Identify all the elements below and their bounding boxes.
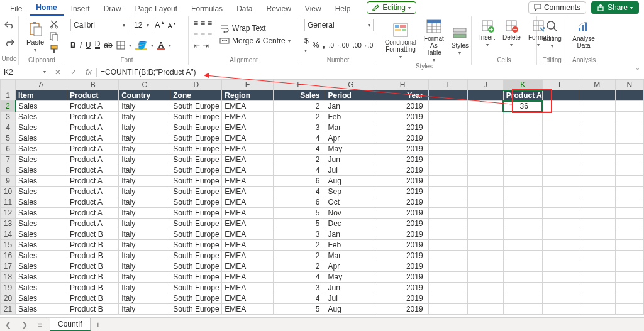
format-as-table-button[interactable]: Format As Table▾ — [421, 19, 447, 63]
align-bottom-icon[interactable]: ≡ — [208, 19, 212, 28]
align-center-icon[interactable]: ≡ — [201, 30, 205, 39]
borders-button[interactable] — [116, 41, 125, 50]
svg-rect-2 — [33, 22, 36, 24]
table-row[interactable]: 8 Sales Product A Italy South Europe EME… — [1, 165, 644, 176]
share-icon — [597, 4, 605, 11]
add-sheet-button[interactable]: + — [91, 320, 106, 330]
table-row[interactable]: 13 Sales Product A Italy South Europe EM… — [1, 219, 644, 229]
table-row[interactable]: 10 Sales Product A Italy South Europe EM… — [1, 187, 644, 197]
alignment-group-label: Alignment — [194, 57, 294, 65]
underline-button[interactable]: U — [86, 41, 91, 50]
table-row[interactable]: 21 Sales Product B Italy South Europe EM… — [1, 304, 644, 315]
font-name-select[interactable]: Calibri▾ — [70, 19, 128, 31]
increase-decimal-icon[interactable]: .0→.00 — [329, 42, 349, 49]
tab-page-layout[interactable]: Page Layout — [129, 1, 184, 16]
analyse-icon — [576, 19, 591, 34]
fx-icon[interactable]: fx — [86, 68, 91, 77]
fill-color-button[interactable]: 🪣 — [135, 41, 147, 50]
mode-editing-button[interactable]: Editing ▾ — [367, 1, 416, 14]
sheet-nav-next-icon[interactable]: ❯ — [16, 320, 33, 329]
sheet-nav-prev-icon[interactable]: ❮ — [0, 320, 16, 329]
analyse-data-button[interactable]: Analyse Data — [572, 19, 595, 49]
name-box[interactable]: K2▾ — [0, 68, 50, 77]
spreadsheet-grid[interactable]: ABCDEFGHIJKLMN 1 Item Product Country Zo… — [0, 79, 644, 315]
tab-help[interactable]: Help — [329, 1, 357, 16]
enter-formula-icon[interactable]: ✓ — [70, 68, 77, 77]
share-button[interactable]: Share ▾ — [591, 1, 639, 14]
double-underline-button[interactable]: D — [95, 41, 101, 49]
table-row[interactable]: 12 Sales Product A Italy South Europe EM… — [1, 208, 644, 219]
tab-view[interactable]: View — [299, 1, 328, 16]
decrease-indent-icon[interactable]: ⇤ — [194, 41, 200, 50]
table-row[interactable]: 9 Sales Product A Italy South Europe EME… — [1, 176, 644, 187]
tab-insert[interactable]: Insert — [65, 1, 96, 16]
cells-group-label: Cells — [477, 57, 531, 65]
copy-icon[interactable] — [49, 31, 59, 41]
select-all-corner[interactable] — [1, 80, 16, 90]
conditional-formatting-button[interactable]: Conditional Formatting▾ — [382, 23, 419, 60]
table-row[interactable]: 2 Sales Product A Italy South Europe EME… — [1, 101, 644, 112]
decrease-font-icon[interactable]: A▼ — [168, 21, 177, 30]
undo-label: Undo — [2, 55, 17, 63]
tab-review[interactable]: Review — [260, 1, 297, 16]
table-row[interactable]: 16 Sales Product B Italy South Europe EM… — [1, 251, 644, 261]
increase-indent-icon[interactable]: ⇥ — [203, 41, 209, 50]
table-row[interactable]: 5 Sales Product A Italy South Europe EME… — [1, 133, 644, 144]
increase-font-icon[interactable]: A▲ — [155, 20, 165, 30]
italic-button[interactable]: I — [80, 41, 82, 50]
svg-rect-8 — [51, 45, 57, 49]
wrap-text-button[interactable]: Wrap Text — [219, 24, 291, 33]
bold-button[interactable]: B — [70, 41, 76, 50]
cell-styles-button[interactable]: Styles▾ — [449, 26, 471, 56]
tab-home[interactable]: Home — [30, 0, 63, 16]
sheet-list-icon[interactable]: ≡ — [33, 320, 47, 329]
currency-icon[interactable]: $ ▾ — [304, 36, 309, 54]
paste-button[interactable]: Paste▾ — [24, 21, 47, 53]
undo-icon[interactable] — [4, 20, 15, 29]
format-painter-icon[interactable] — [49, 44, 59, 54]
expand-formula-bar-icon[interactable]: ˅ — [631, 68, 644, 77]
comma-style-icon[interactable]: , — [323, 41, 325, 50]
table-row[interactable]: 17 Sales Product B Italy South Europe EM… — [1, 261, 644, 272]
align-left-icon[interactable]: ≡ — [194, 30, 198, 39]
table-row[interactable]: 7 Sales Product A Italy South Europe EME… — [1, 155, 644, 165]
delete-cells-button[interactable]: Delete▾ — [500, 19, 523, 48]
strikethrough-button[interactable]: ab — [104, 41, 112, 50]
number-format-select[interactable]: General▾ — [304, 19, 374, 31]
tab-draw[interactable]: Draw — [97, 1, 128, 16]
align-top-icon[interactable]: ≡ — [194, 19, 198, 28]
decrease-decimal-icon[interactable]: .00→.0 — [353, 42, 373, 49]
merge-center-button[interactable]: Merge & Centre ▾ — [219, 36, 291, 45]
ribbon-tabs: File Home Insert Draw Page Layout Formul… — [0, 0, 644, 16]
sheet-tab-countif[interactable]: CountIf — [50, 318, 91, 331]
font-color-button[interactable]: A — [157, 41, 165, 50]
paste-icon — [28, 21, 43, 37]
table-row[interactable]: 18 Sales Product B Italy South Europe EM… — [1, 272, 644, 283]
formula-input[interactable]: =COUNTIF(B:B;"Product A") — [97, 68, 631, 77]
table-row[interactable]: 20 Sales Product B Italy South Europe EM… — [1, 293, 644, 304]
table-row[interactable]: 11 Sales Product A Italy South Europe EM… — [1, 197, 644, 208]
insert-cells-button[interactable]: Insert▾ — [477, 19, 497, 48]
table-row[interactable]: 1 Item Product Country Zone Region Sales… — [1, 90, 644, 101]
tab-data[interactable]: Data — [230, 1, 258, 16]
tab-formulas[interactable]: Formulas — [185, 1, 229, 16]
table-row[interactable]: 14 Sales Product B Italy South Europe EM… — [1, 229, 644, 240]
merge-icon — [219, 36, 230, 45]
percent-icon[interactable]: % — [313, 41, 319, 50]
cancel-formula-icon[interactable]: ✕ — [55, 68, 61, 77]
table-row[interactable]: 3 Sales Product A Italy South Europe EME… — [1, 112, 644, 122]
svg-rect-17 — [402, 29, 406, 31]
table-row[interactable]: 6 Sales Product A Italy South Europe EME… — [1, 144, 644, 155]
tab-file[interactable]: File — [4, 1, 28, 16]
cut-icon[interactable] — [49, 19, 59, 29]
redo-icon[interactable] — [4, 38, 15, 46]
column-headers[interactable]: ABCDEFGHIJKLMN — [1, 80, 644, 90]
align-middle-icon[interactable]: ≡ — [201, 19, 205, 28]
table-row[interactable]: 15 Sales Product B Italy South Europe EM… — [1, 240, 644, 251]
table-row[interactable]: 19 Sales Product B Italy South Europe EM… — [1, 283, 644, 293]
comments-button[interactable]: Comments — [528, 1, 586, 14]
font-size-select[interactable]: 12▾ — [131, 19, 152, 31]
table-row[interactable]: 4 Sales Product A Italy South Europe EME… — [1, 122, 644, 133]
editing-group-button[interactable]: Editing▾ — [542, 19, 562, 49]
align-right-icon[interactable]: ≡ — [208, 30, 212, 39]
